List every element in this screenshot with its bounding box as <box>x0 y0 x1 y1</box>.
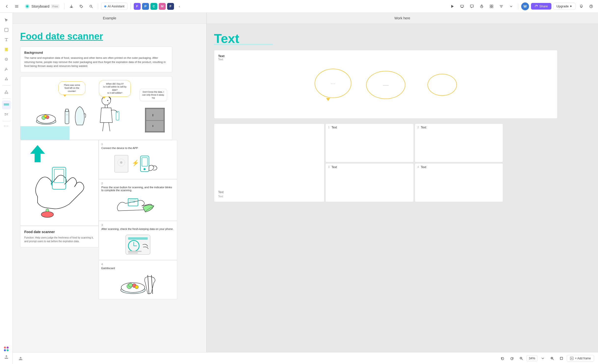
svg-rect-34 <box>66 109 68 112</box>
chevron-button[interactable] <box>507 2 515 10</box>
present-button[interactable] <box>458 2 466 10</box>
sidebar-cut-tool[interactable] <box>2 88 11 96</box>
bottom-bar: 34% + Add frame <box>13 352 598 364</box>
svg-rect-39 <box>146 109 163 120</box>
layout-button[interactable] <box>488 2 495 10</box>
sidebar-shapes-tool[interactable] <box>2 55 11 64</box>
ai-assistant-label: AI Assistant <box>108 4 124 8</box>
add-frame-bottom-button[interactable] <box>17 354 25 362</box>
svg-rect-9 <box>492 5 493 6</box>
svg-rect-27 <box>5 358 8 359</box>
sidebar-note-tool[interactable] <box>2 45 11 54</box>
grid-cell-1-label: Text <box>332 126 337 129</box>
upgrade-button[interactable]: Upgrade ✦ <box>553 3 575 10</box>
undo-button[interactable] <box>499 354 506 362</box>
bell-button[interactable] <box>577 2 585 10</box>
step-2-number: 2 <box>101 182 174 185</box>
grid-cell-3-label: Text <box>332 165 337 169</box>
step-2-title: Press the scan button for scanning, and … <box>101 186 174 192</box>
right-grid-cell-3: 3 Text <box>325 163 414 202</box>
hand-illustration-card <box>20 140 99 226</box>
svg-point-13 <box>591 7 591 7</box>
back-button[interactable] <box>3 2 11 10</box>
product-desc: Function: Help users judge the freshness… <box>24 236 94 243</box>
zoom-out-button[interactable] <box>517 354 525 362</box>
svg-point-17 <box>6 59 7 60</box>
svg-rect-26 <box>6 115 8 115</box>
left-panel: Example Food date scanner Background The… <box>13 13 207 352</box>
svg-rect-11 <box>492 7 493 8</box>
sidebar-cursor-tool[interactable] <box>2 16 11 25</box>
left-panel-header: Example <box>13 13 206 24</box>
collapse-button[interactable]: ‹ <box>176 3 183 10</box>
bubble-group-3 <box>420 74 457 96</box>
color-palette <box>2 346 11 352</box>
sidebar-list-tool[interactable] <box>2 110 11 119</box>
help-button[interactable] <box>587 2 595 10</box>
step-1-card: 1 Connect the device to the APP ⚡ <box>99 140 177 179</box>
svg-text:⚡: ⚡ <box>132 159 139 166</box>
right-panel: Work here Text Text Text <box>207 13 598 352</box>
step-1-title: Connect the device to the APP <box>101 147 174 150</box>
filter-button[interactable] <box>497 2 505 10</box>
left-sidebar: ··· <box>0 13 13 364</box>
steps-column: 1 Connect the device to the APP ⚡ <box>99 140 177 299</box>
step-2-card: 2 Press the scan button for scanning, an… <box>99 179 177 221</box>
svg-rect-20 <box>4 104 9 104</box>
menu-button[interactable] <box>13 2 21 10</box>
grid-cell-2-label: Text <box>421 126 426 129</box>
right-left-subtext: Text <box>218 195 320 198</box>
bubble-group-1: ··· <box>315 69 351 101</box>
right-left-card: Text Text <box>214 124 324 202</box>
right-canvas: Text Text Text ··· <box>207 24 598 209</box>
sidebar-text-tool[interactable] <box>2 35 11 44</box>
sidebar-effects-tool[interactable] <box>2 75 11 83</box>
fit-view-button[interactable] <box>558 354 565 362</box>
zoom-chevron-button[interactable] <box>539 354 547 362</box>
svg-rect-24 <box>6 114 8 115</box>
sidebar-frame-tool[interactable] <box>2 25 11 34</box>
ai-assistant-button[interactable]: AI Assistant <box>101 3 128 10</box>
background-heading: Background <box>24 51 168 54</box>
sidebar-pen-tool[interactable] <box>2 65 11 74</box>
add-frame-button[interactable]: + Add frame <box>567 355 594 362</box>
right-grid: 1 Text 2 Text 3 Text 4 <box>325 124 558 202</box>
main-content: Example Food date scanner Background The… <box>13 13 598 352</box>
svg-point-4 <box>90 5 92 7</box>
right-left-card-empty <box>218 128 320 190</box>
search-button[interactable] <box>87 2 95 10</box>
svg-point-2 <box>27 6 28 7</box>
svg-rect-66 <box>19 359 22 360</box>
timer-button[interactable] <box>478 2 486 10</box>
step-1-illustration: ⚡ <box>101 151 174 176</box>
step-4-title: Eat/discard <box>101 267 174 270</box>
sidebar-add-frame-button[interactable] <box>2 352 11 361</box>
oval-bubble-1: ··· <box>315 69 351 98</box>
add-frame-label: + Add frame <box>575 357 591 360</box>
share-button[interactable]: Share <box>531 3 551 10</box>
bottom-section: Food date scanner Function: Help users j… <box>20 140 177 299</box>
app-icon-p: P <box>142 3 149 10</box>
app-icon-c: C <box>150 3 157 10</box>
product-info-card: Food date scanner Function: Help users j… <box>20 226 99 247</box>
step-4-illustration <box>101 272 174 296</box>
play-button[interactable] <box>448 2 456 10</box>
product-title: Food date scanner <box>24 230 94 234</box>
download-button[interactable] <box>67 2 75 10</box>
illustration-card: There was some food left on the counter! <box>20 76 172 140</box>
divider-1 <box>64 3 65 9</box>
svg-point-65 <box>129 283 133 287</box>
zoom-in-button[interactable] <box>548 354 556 362</box>
svg-point-49 <box>120 161 122 164</box>
svg-rect-21 <box>4 105 9 106</box>
svg-rect-10 <box>490 7 491 8</box>
tags-button[interactable] <box>77 2 85 10</box>
user-avatar-button[interactable]: W <box>521 2 529 10</box>
redo-button[interactable] <box>508 354 516 362</box>
comment-button[interactable] <box>468 2 476 10</box>
svg-point-46 <box>41 212 53 217</box>
sidebar-green-bar[interactable] <box>2 100 11 109</box>
speech-bubbles-row: ··· — <box>218 64 553 106</box>
share-label: Share <box>539 4 548 8</box>
oval-bubble-2: — <box>366 71 405 99</box>
